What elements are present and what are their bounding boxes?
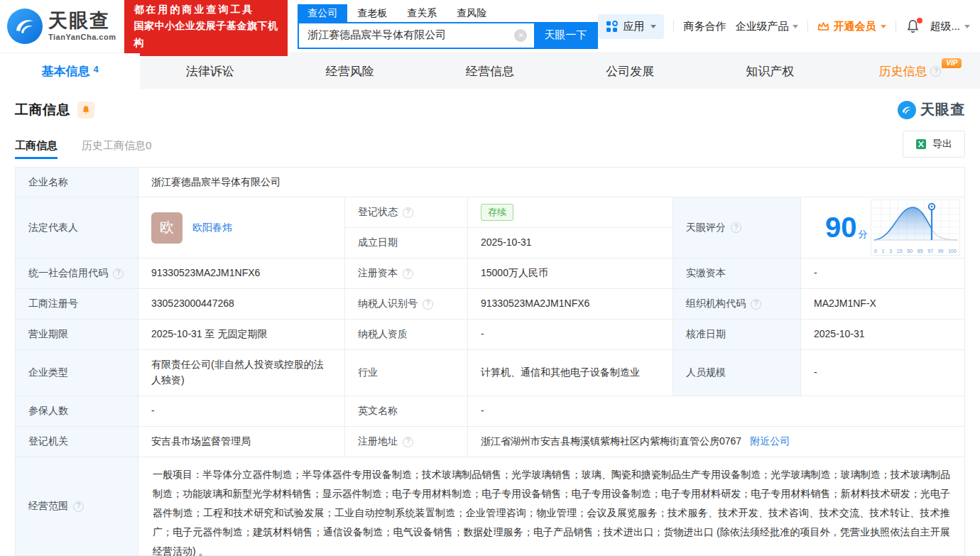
- reg-status-label: 登记状态: [345, 197, 468, 228]
- help-icon[interactable]: [423, 299, 433, 310]
- reg-address-label: 注册地址: [345, 427, 468, 457]
- tab-operation[interactable]: 经营信息: [420, 53, 560, 89]
- export-button[interactable]: 导出: [903, 131, 965, 158]
- legal-rep-cell: 欧 欧阳春炜: [138, 197, 345, 258]
- paid-capital-label: 实缴资本: [673, 258, 801, 289]
- help-icon[interactable]: [731, 222, 741, 233]
- vip-badge: VIP: [942, 58, 962, 68]
- chevron-down-icon: [964, 25, 970, 28]
- help-icon[interactable]: [930, 66, 941, 77]
- slogan-line1: 都在用的商业查询工具: [134, 1, 278, 18]
- cooperation-link[interactable]: 商务合作: [683, 20, 726, 33]
- slogan-line2: 国家中小企业发展子基金旗下机构: [134, 18, 278, 50]
- enterprise-products-label: 企业级产品: [735, 20, 788, 33]
- help-icon[interactable]: [751, 299, 761, 310]
- tianyancha-logo-icon: [7, 9, 43, 44]
- help-icon[interactable]: [403, 268, 413, 279]
- help-icon[interactable]: [73, 501, 84, 512]
- super-vip-menu[interactable]: 超级...: [930, 20, 970, 33]
- legal-rep-avatar[interactable]: 欧: [151, 212, 183, 244]
- tab-ip[interactable]: 知识产权: [700, 53, 840, 89]
- business-scope-label-text: 经营范围: [28, 498, 68, 514]
- excel-icon: [915, 138, 927, 150]
- apps-button[interactable]: 应用: [598, 14, 664, 39]
- main-content: 工商信息 天眼查 工商信息 历史工商信息0 导出: [0, 89, 980, 556]
- help-icon[interactable]: [403, 437, 413, 447]
- taxpayer-id-label: 纳税人识别号: [345, 289, 468, 320]
- search-tab-risk[interactable]: 查风险: [447, 4, 496, 22]
- reg-address-value: 浙江省湖州市安吉县梅溪镇紫梅社区内紫梅街直管公房0767 附近公司: [468, 427, 964, 457]
- tab-basic-info-label: 基本信息: [41, 63, 89, 80]
- search-box: 天眼一下: [298, 22, 598, 49]
- super-vip-label: 超级...: [930, 20, 960, 33]
- chart-tick: 97: [927, 248, 933, 254]
- chart-tick: 99: [938, 248, 944, 254]
- company-type-value: 有限责任公司(非自然人投资或控股的法人独资): [138, 350, 345, 396]
- monitor-bell-button[interactable]: [77, 102, 94, 119]
- taxpayer-id-label-text: 纳税人识别号: [358, 296, 418, 312]
- reg-address-label-text: 注册地址: [358, 434, 398, 449]
- paid-capital-value: -: [801, 258, 964, 289]
- chart-tick: 50: [907, 248, 913, 254]
- search-tab-boss[interactable]: 查老板: [347, 4, 397, 22]
- org-code-label-text: 组织机构代码: [686, 296, 746, 312]
- tab-history[interactable]: VIP 历史信息: [840, 53, 980, 89]
- nearby-companies-link[interactable]: 附近公司: [750, 434, 790, 449]
- score-value: 90: [825, 212, 857, 243]
- enterprise-products-link[interactable]: 企业级产品: [735, 20, 798, 33]
- business-info-table: 企业名称 浙江赛德晶宸半导体有限公司 法定代表人 欧 欧阳春炜 登记状态 存续 …: [15, 167, 965, 556]
- credit-code-label-text: 统一社会信用代码: [28, 266, 108, 281]
- credit-code-label: 统一社会信用代码: [16, 258, 138, 289]
- notifications-button[interactable]: [905, 19, 920, 34]
- tab-basic-info-count: 4: [93, 64, 98, 75]
- company-nav-tabs: 基本信息 4 法律诉讼 经营风险 经营信息 公司发展 知识产权 VIP 历史信息: [0, 53, 980, 89]
- divider: [807, 21, 808, 32]
- status-badge: 存续: [481, 204, 513, 221]
- clear-search-icon[interactable]: [514, 29, 527, 42]
- section-title: 工商信息: [15, 101, 70, 119]
- taxpayer-quality-value: -: [468, 320, 673, 350]
- score-cell: 90分: [801, 197, 964, 258]
- english-name-value: -: [468, 396, 964, 427]
- score-label-text: 天眼评分: [686, 220, 726, 236]
- slogan-banner: 都在用的商业查询工具 国家中小企业发展子基金旗下机构: [124, 0, 288, 56]
- search-tabs: 查公司 查老板 查关系 查风险: [298, 4, 598, 22]
- reg-number-label: 工商注册号: [16, 289, 138, 320]
- insured-value: -: [138, 396, 345, 427]
- subtab-history-business-info[interactable]: 历史工商信息0: [82, 139, 151, 153]
- tab-development[interactable]: 公司发展: [560, 53, 700, 89]
- search-button[interactable]: 天眼一下: [534, 23, 597, 48]
- staff-size-label: 人员规模: [673, 350, 801, 396]
- business-term-label: 营业期限: [16, 320, 138, 350]
- search-input[interactable]: [299, 23, 514, 48]
- org-code-label: 组织机构代码: [673, 289, 801, 320]
- top-header: 天眼查 TianYanCha.com 都在用的商业查询工具 国家中小企业发展子基…: [0, 0, 980, 53]
- tianyancha-logo[interactable]: 天眼查 TianYanCha.com: [7, 9, 116, 44]
- chart-tick: 0: [874, 248, 877, 254]
- chart-tick: 85: [918, 248, 923, 254]
- help-icon[interactable]: [113, 268, 124, 279]
- approval-date-value: 2025-10-31: [801, 320, 964, 350]
- tab-legal[interactable]: 法律诉讼: [140, 53, 280, 89]
- industry-value: 计算机、通信和其他电子设备制造业: [468, 350, 673, 396]
- reg-capital-value: 15000万人民币: [468, 258, 673, 289]
- reg-capital-label: 注册资本: [345, 258, 468, 289]
- business-term-value: 2025-10-31 至 无固定期限: [138, 320, 345, 350]
- tab-risk[interactable]: 经营风险: [280, 53, 420, 89]
- business-scope-value: 一般项目：半导体分立器件制造；半导体器件专用设备制造；技术玻璃制品销售；光学玻璃…: [138, 457, 964, 555]
- org-code-value: MA2JM1NF-X: [801, 289, 964, 320]
- search-tab-relation[interactable]: 查关系: [397, 4, 447, 22]
- open-vip-button[interactable]: 开通会员: [817, 20, 886, 33]
- score-label: 天眼评分: [673, 197, 801, 258]
- taxpayer-id-value: 91330523MA2JM1NFX6: [468, 289, 673, 320]
- company-type-label: 企业类型: [16, 350, 138, 396]
- tab-basic-info[interactable]: 基本信息 4: [0, 53, 140, 89]
- score-distribution-chart[interactable]: 0131550859799100: [871, 200, 960, 256]
- help-icon[interactable]: [403, 207, 413, 218]
- search-tab-company[interactable]: 查公司: [298, 4, 347, 22]
- company-name-label: 企业名称: [16, 168, 138, 197]
- business-scope-label: 经营范围: [16, 457, 138, 555]
- chevron-down-icon: [650, 25, 656, 28]
- subtab-business-info[interactable]: 工商信息: [15, 139, 58, 153]
- legal-rep-link[interactable]: 欧阳春炜: [192, 220, 232, 236]
